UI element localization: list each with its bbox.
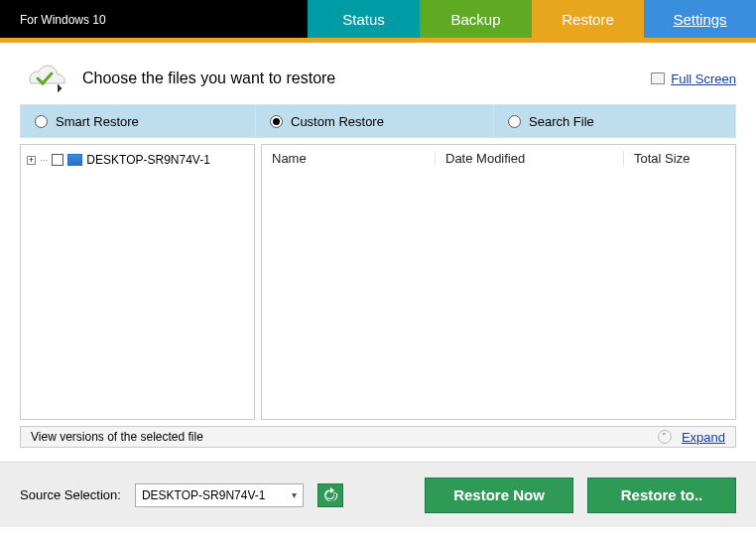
main-nav: Status Backup Restore Settings: [308, 0, 756, 38]
chevron-up-icon: ˄: [658, 430, 672, 444]
radio-icon: [35, 115, 48, 128]
tree-root-label: DESKTOP-SR9N74V-1: [86, 153, 210, 167]
page-top: Choose the files you want to restore Ful…: [0, 43, 756, 104]
source-value: DESKTOP-SR9N74V-1: [142, 488, 266, 502]
col-size[interactable]: Total Size: [624, 151, 735, 166]
file-list: Name Date Modified Total Size: [261, 144, 736, 420]
mode-custom-label: Custom Restore: [291, 114, 384, 129]
nav-settings[interactable]: Settings: [644, 0, 756, 38]
mode-search-file[interactable]: Search File: [494, 105, 735, 137]
mode-smart-restore[interactable]: Smart Restore: [21, 105, 256, 137]
mode-search-label: Search File: [529, 114, 594, 129]
radio-icon: [270, 115, 283, 128]
page-title: Choose the files you want to restore: [82, 69, 335, 87]
radio-icon: [508, 115, 521, 128]
file-tree: + ··· DESKTOP-SR9N74V-1: [20, 144, 255, 420]
source-label: Source Selection:: [20, 487, 121, 502]
restore-mode-tabs: Smart Restore Custom Restore Search File: [20, 104, 736, 138]
restore-to-button[interactable]: Restore to..: [587, 478, 736, 513]
fullscreen-link[interactable]: Full Screen: [651, 71, 736, 86]
restore-now-button[interactable]: Restore Now: [425, 478, 573, 513]
app-subtitle: For Windows 10: [20, 13, 106, 27]
page-title-group: Choose the files you want to restore: [20, 63, 335, 94]
app-header: For Windows 10 Status Backup Restore Set…: [0, 0, 756, 38]
source-select[interactable]: DESKTOP-SR9N74V-1 ▾: [135, 483, 304, 507]
refresh-button[interactable]: [317, 483, 343, 507]
versions-label: View versions of the selected file: [31, 430, 203, 444]
fullscreen-icon: [651, 72, 665, 84]
header-left: For Windows 10: [0, 11, 106, 27]
mode-custom-restore[interactable]: Custom Restore: [256, 105, 494, 137]
nav-status[interactable]: Status: [308, 0, 420, 38]
computer-icon: [67, 154, 82, 166]
expand-icon[interactable]: +: [27, 156, 36, 165]
cloud-check-icon: [20, 63, 67, 94]
chevron-down-icon: ▾: [292, 489, 297, 500]
fullscreen-label: Full Screen: [671, 71, 736, 86]
mode-smart-label: Smart Restore: [56, 114, 139, 129]
file-list-header: Name Date Modified Total Size: [262, 145, 735, 171]
tree-root-row[interactable]: + ··· DESKTOP-SR9N74V-1: [27, 153, 248, 167]
col-date[interactable]: Date Modified: [436, 151, 624, 166]
nav-backup[interactable]: Backup: [420, 0, 532, 38]
col-name[interactable]: Name: [262, 151, 436, 166]
versions-bar[interactable]: View versions of the selected file ˄ Exp…: [20, 426, 736, 448]
expand-link[interactable]: Expand: [682, 430, 725, 445]
main-area: + ··· DESKTOP-SR9N74V-1 Name Date Modifi…: [20, 144, 736, 420]
bottom-bar: Source Selection: DESKTOP-SR9N74V-1 ▾ Re…: [0, 462, 756, 527]
tree-connector: ···: [40, 155, 48, 166]
tree-checkbox[interactable]: [52, 154, 63, 166]
nav-restore[interactable]: Restore: [532, 0, 644, 38]
refresh-icon: [322, 487, 338, 503]
